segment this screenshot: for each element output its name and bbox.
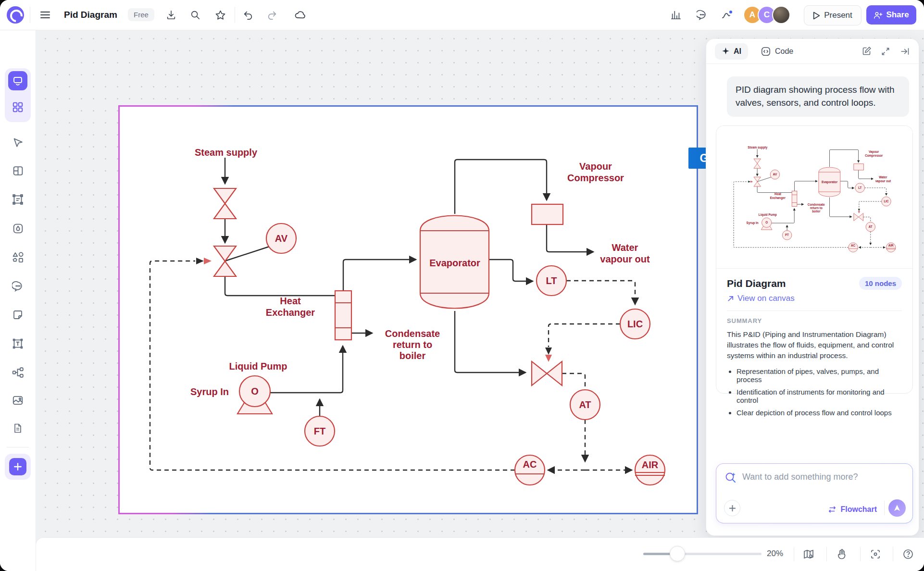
comment-icon — [12, 280, 24, 292]
pid-diagram[interactable]: Steam supply AV HeatExchanger Evaporator… — [724, 133, 906, 261]
tab-code[interactable]: Code — [761, 46, 793, 57]
frame-border-left — [118, 105, 120, 514]
tool-templates[interactable] — [11, 100, 25, 114]
heat-exchanger[interactable] — [335, 291, 351, 340]
tab-ai[interactable]: AI — [715, 43, 748, 60]
statusbar-divider — [860, 547, 861, 561]
label-air[interactable]: AIR — [642, 459, 659, 470]
tool-frame[interactable] — [11, 193, 25, 206]
tool-comment[interactable] — [11, 279, 25, 293]
summary-bullet: Identification of instruments for monito… — [737, 388, 902, 404]
zoom-slider-track[interactable] — [643, 553, 762, 555]
activity-icon[interactable] — [720, 8, 734, 22]
tab-ai-label: AI — [734, 47, 741, 56]
pid-diagram[interactable]: Steam supply AV HeatExchanger Evaporator… — [118, 105, 698, 515]
tool-layout[interactable] — [11, 164, 25, 177]
diagram-preview[interactable]: Steam supply AV HeatExchanger Evaporator… — [716, 126, 912, 269]
minimap-icon[interactable] — [802, 548, 815, 560]
text-icon — [12, 337, 24, 350]
label-lic: LIC — [884, 199, 889, 203]
ai-panel-header: AI Code — [706, 39, 919, 64]
label-lt[interactable]: LT — [546, 275, 557, 286]
attach-button[interactable] — [724, 500, 740, 516]
document-title[interactable]: Pid Diagram — [64, 10, 117, 20]
summary-heading: SUMMARY — [727, 317, 902, 324]
label-av[interactable]: AV — [275, 233, 288, 244]
label-ac[interactable]: AC — [523, 459, 537, 470]
tab-code-label: Code — [775, 47, 793, 56]
label-pump-o: O — [765, 221, 768, 224]
help-icon[interactable] — [902, 548, 914, 560]
focus-icon[interactable] — [869, 548, 882, 560]
zoom-level: 20% — [767, 549, 783, 559]
share-button[interactable]: Share — [866, 5, 916, 25]
download-icon[interactable] — [164, 8, 178, 22]
diagram-mode-select[interactable]: Flowchart — [828, 505, 877, 514]
label-syrup-in[interactable]: Syrup In — [190, 386, 229, 397]
ai-search-icon — [724, 471, 737, 484]
comments-icon[interactable] — [695, 8, 709, 22]
label-syrup-in: Syrup In — [747, 221, 759, 225]
summary-bullet: Representation of pipes, valves, pumps, … — [737, 367, 902, 384]
tool-shapes[interactable] — [11, 250, 25, 264]
status-bar: 20% — [36, 537, 924, 571]
label-ft[interactable]: FT — [314, 426, 325, 436]
cloud-sync-icon[interactable] — [293, 8, 307, 22]
tool-sidebar — [0, 30, 36, 571]
favorite-star-icon[interactable] — [213, 8, 227, 22]
insights-chart-icon[interactable] — [669, 8, 683, 22]
tool-ai-board[interactable] — [8, 71, 27, 90]
undo-icon[interactable] — [241, 8, 255, 22]
image-icon — [12, 394, 24, 407]
toolbar-divider — [235, 7, 235, 23]
send-button[interactable] — [888, 499, 906, 517]
nodes-count-badge: 10 nodes — [859, 277, 902, 290]
grid-icon — [12, 101, 24, 113]
tool-select[interactable] — [11, 136, 25, 149]
label-evaporator: Evaporator — [822, 180, 838, 184]
tool-image[interactable] — [11, 394, 25, 407]
toolbar-divider — [30, 7, 30, 23]
zoom-slider-thumb[interactable] — [670, 546, 685, 561]
label-steam-supply[interactable]: Steam supply — [195, 147, 258, 158]
summary-text: This P&ID (Piping and Instrumentation Di… — [727, 329, 902, 361]
label-ac: AC — [851, 244, 856, 247]
label-liquid-pump[interactable]: Liquid Pump — [229, 361, 287, 372]
label-pump-o[interactable]: O — [251, 386, 259, 397]
tool-text[interactable] — [11, 337, 25, 350]
menu-button[interactable] — [38, 8, 52, 22]
label-at[interactable]: AT — [579, 399, 591, 410]
hand-tool-icon[interactable] — [836, 548, 848, 560]
plus-icon — [729, 505, 736, 512]
code-icon — [761, 46, 771, 57]
ai-prompt-input[interactable] — [741, 472, 902, 483]
diagram-card-info: Pid Diagram 10 nodes View on canvas SUMM… — [716, 268, 912, 430]
plan-badge: Free — [128, 8, 154, 21]
redo-icon[interactable] — [265, 8, 279, 22]
shapes-icon — [12, 251, 25, 264]
play-icon — [813, 12, 820, 20]
swap-icon — [828, 506, 837, 513]
tool-draw[interactable] — [11, 222, 25, 235]
collapse-panel-icon[interactable] — [899, 46, 910, 57]
edit-icon[interactable] — [861, 46, 872, 57]
label-evaporator[interactable]: Evaporator — [429, 258, 480, 268]
present-button[interactable]: Present — [804, 5, 862, 25]
tool-sticky-note[interactable] — [11, 308, 25, 322]
avatar-photo[interactable] — [772, 6, 790, 24]
label-lic[interactable]: LIC — [627, 319, 643, 329]
frame-icon — [12, 193, 24, 206]
label-av: AV — [773, 173, 777, 176]
search-icon[interactable] — [188, 8, 202, 22]
frame-border-top — [118, 105, 698, 107]
view-on-canvas-link[interactable]: View on canvas — [727, 294, 902, 303]
expand-icon[interactable] — [880, 46, 891, 57]
tool-document[interactable] — [11, 422, 25, 435]
label-at: AT — [869, 225, 873, 228]
compressor-box[interactable] — [532, 204, 563, 224]
app-logo[interactable] — [7, 6, 24, 24]
tool-mindmap[interactable] — [11, 366, 25, 379]
add-button[interactable] — [9, 458, 26, 475]
statusbar-divider — [893, 547, 893, 561]
sticky-note-icon — [12, 309, 24, 321]
